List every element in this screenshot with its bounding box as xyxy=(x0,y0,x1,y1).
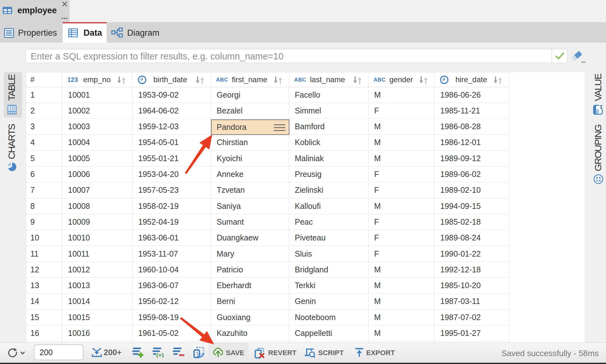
svg-text:(+): (+) xyxy=(156,352,164,358)
